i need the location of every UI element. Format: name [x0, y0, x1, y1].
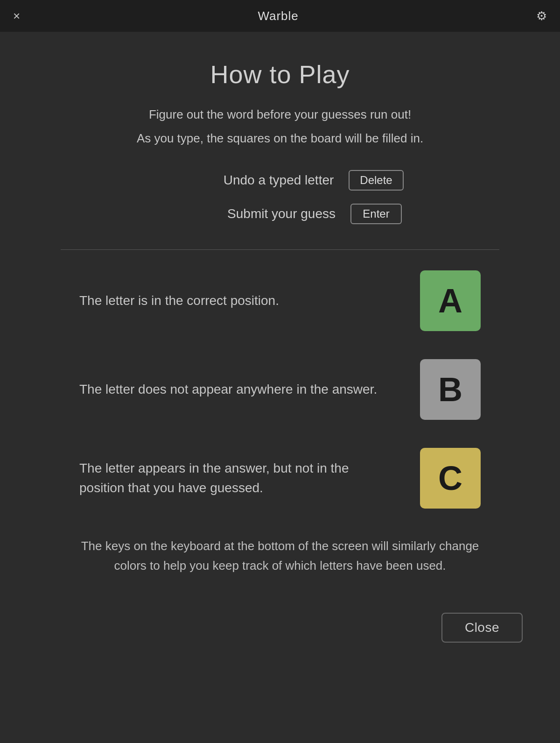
delete-label: Undo a typed letter: [156, 173, 334, 188]
close-icon[interactable]: ×: [13, 10, 20, 22]
delete-key-badge: Delete: [349, 170, 403, 191]
main-content: How to Play Figure out the word before y…: [23, 32, 537, 594]
intro-text-1: Figure out the word before your guesses …: [149, 106, 411, 124]
enter-key-badge: Enter: [350, 204, 402, 224]
title-bar: × Warble ⚙: [0, 0, 560, 32]
page-title: How to Play: [210, 60, 350, 89]
legend-section: The letter is in the correct position. A…: [61, 270, 499, 509]
legend-item-gray: The letter does not appear anywhere in t…: [61, 359, 499, 420]
legend-text-green: The letter is in the correct position.: [79, 291, 279, 311]
app-title: Warble: [258, 9, 298, 23]
footer-note: The keys on the keyboard at the bottom o…: [70, 537, 490, 575]
key-actions: Undo a typed letter Delete Submit your g…: [61, 170, 499, 224]
legend-tile-yellow: C: [420, 448, 481, 509]
close-section: Close: [0, 594, 560, 643]
close-button[interactable]: Close: [441, 613, 523, 643]
legend-item-green: The letter is in the correct position. A: [61, 270, 499, 331]
legend-text-yellow: The letter appears in the answer, but no…: [79, 459, 397, 498]
divider: [61, 249, 499, 250]
legend-tile-gray: B: [420, 359, 481, 420]
legend-text-gray: The letter does not appear anywhere in t…: [79, 380, 377, 399]
settings-icon[interactable]: ⚙: [536, 9, 547, 23]
key-action-enter: Submit your guess Enter: [158, 204, 402, 224]
key-action-delete: Undo a typed letter Delete: [156, 170, 403, 191]
legend-tile-green: A: [420, 270, 481, 331]
legend-item-yellow: The letter appears in the answer, but no…: [61, 448, 499, 509]
enter-label: Submit your guess: [158, 206, 336, 221]
intro-text-2: As you type, the squares on the board wi…: [137, 129, 423, 148]
